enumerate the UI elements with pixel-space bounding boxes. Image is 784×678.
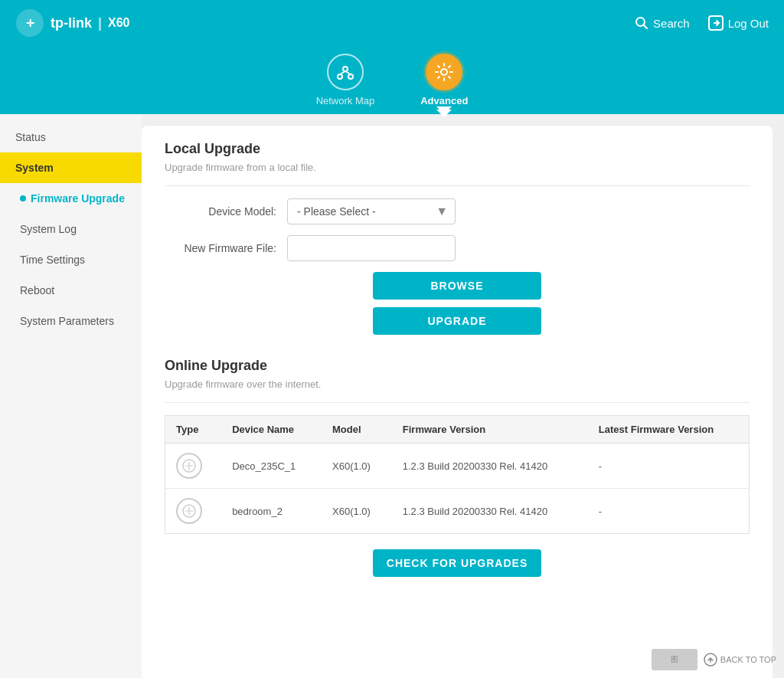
svg-point-6: [338, 74, 342, 79]
cell-firmware-1: 1.2.3 Build 20200330 Rel. 41420: [392, 489, 588, 534]
col-device-name: Device Name: [221, 416, 322, 444]
logout-icon: [708, 15, 724, 31]
browse-btn-row: BROWSE: [165, 272, 750, 300]
sidebar-status-label: Status: [15, 131, 46, 143]
device-type-icon-0: [176, 453, 202, 479]
cell-latest-0: -: [588, 444, 750, 489]
main-layout: Status System Firmware Upgrade System Lo…: [0, 114, 784, 678]
firmware-file-control: [287, 235, 486, 261]
device-model-select[interactable]: - Please Select -: [287, 198, 456, 224]
back-to-top[interactable]: BACK TO TOP: [704, 653, 776, 667]
active-dot: [20, 195, 26, 201]
footer-watermark: 图 BACK TO TOP: [652, 649, 776, 670]
network-map-tab-icon: [327, 54, 364, 90]
local-upgrade-title: Local Upgrade: [165, 141, 750, 157]
sidebar-reboot-label: Reboot: [20, 284, 54, 296]
device-type-icon-1: [176, 498, 202, 524]
device-model-select-wrapper: - Please Select - ▼: [287, 198, 456, 224]
sidebar-item-system[interactable]: System: [0, 152, 142, 183]
svg-line-3: [644, 25, 648, 29]
watermark-box: 图: [652, 649, 697, 670]
table-row: bedroom_2 X60(1.0) 1.2.3 Build 20200330 …: [165, 489, 750, 534]
active-tab-arrow: [436, 110, 452, 117]
device-name: X60: [108, 16, 129, 30]
svg-point-7: [348, 74, 353, 79]
svg-point-10: [441, 69, 447, 75]
header-actions: Search Log Out: [635, 15, 769, 31]
sidebar: Status System Firmware Upgrade System Lo…: [0, 114, 142, 678]
search-icon: [635, 16, 648, 30]
tab-network-map[interactable]: Network Map: [316, 54, 375, 106]
check-upgrades-btn-row: CHECK FOR UPGRADES: [165, 549, 750, 577]
online-upgrade-section: Online Upgrade Upgrade firmware over the…: [165, 358, 750, 577]
cell-type-0: [165, 444, 222, 489]
online-upgrade-subtitle: Upgrade firmware over the internet.: [165, 378, 750, 390]
back-to-top-icon: [704, 653, 717, 667]
col-type: Type: [165, 416, 222, 444]
sidebar-firmware-label: Firmware Upgrade: [31, 192, 125, 205]
header: ✛ tp-link | X60 Search Log Out: [0, 0, 784, 46]
online-divider: [165, 402, 750, 403]
content-area: Local Upgrade Upgrade firmware from a lo…: [142, 126, 773, 678]
logout-label: Log Out: [728, 17, 769, 30]
svg-text:✛: ✛: [26, 18, 34, 29]
svg-point-5: [343, 67, 348, 71]
online-upgrade-title: Online Upgrade: [165, 358, 750, 374]
col-latest-firmware: Latest Firmware Version: [588, 416, 750, 444]
cell-device-name-0: Deco_235C_1: [221, 444, 322, 489]
col-firmware-version: Firmware Version: [392, 416, 588, 444]
nav-tabs: Network Map Advanced: [0, 46, 784, 114]
logout-button[interactable]: Log Out: [708, 15, 769, 31]
sidebar-time-settings-label: Time Settings: [20, 254, 85, 266]
tp-link-logo-icon: ✛: [15, 8, 44, 38]
sidebar-item-system-parameters[interactable]: System Parameters: [0, 306, 142, 336]
network-map-tab-label: Network Map: [316, 95, 375, 106]
svg-line-9: [345, 71, 351, 74]
sidebar-item-system-log[interactable]: System Log: [0, 214, 142, 244]
section-divider: [165, 185, 750, 186]
brand-name: tp-link: [51, 15, 92, 31]
local-upgrade-section: Local Upgrade Upgrade firmware from a lo…: [165, 141, 750, 335]
browse-button[interactable]: BROWSE: [373, 272, 541, 300]
local-upgrade-subtitle: Upgrade firmware from a local file.: [165, 162, 750, 173]
tab-advanced[interactable]: Advanced: [420, 54, 468, 106]
cell-device-name-1: bedroom_2: [221, 489, 322, 534]
advanced-tab-label: Advanced: [420, 95, 468, 106]
sidebar-item-firmware-upgrade[interactable]: Firmware Upgrade: [0, 183, 142, 214]
search-label: Search: [653, 17, 690, 30]
advanced-icon: [434, 62, 454, 82]
upgrade-button[interactable]: UPGRADE: [373, 307, 541, 335]
advanced-tab-icon: [426, 54, 462, 90]
logo-divider: |: [98, 15, 102, 31]
logo: ✛ tp-link | X60: [15, 8, 130, 38]
sidebar-item-time-settings[interactable]: Time Settings: [0, 244, 142, 275]
network-map-icon: [335, 62, 355, 82]
firmware-file-row: New Firmware File:: [165, 235, 750, 261]
sidebar-system-label: System: [15, 162, 54, 174]
cell-model-0: X60(1.0): [322, 444, 392, 489]
back-to-top-label: BACK TO TOP: [720, 655, 776, 664]
firmware-file-label: New Firmware File:: [165, 242, 287, 254]
cell-model-1: X60(1.0): [322, 489, 392, 534]
table-header-row: Type Device Name Model Firmware Version …: [165, 416, 750, 444]
svg-line-8: [340, 71, 345, 74]
search-button[interactable]: Search: [635, 16, 690, 30]
device-model-row: Device Model: - Please Select - ▼: [165, 198, 750, 224]
sidebar-system-parameters-label: System Parameters: [20, 315, 114, 327]
upgrade-btn-row: UPGRADE: [165, 307, 750, 335]
firmware-file-input[interactable]: [287, 235, 456, 261]
sidebar-item-reboot[interactable]: Reboot: [0, 275, 142, 306]
table-row: Deco_235C_1 X60(1.0) 1.2.3 Build 2020033…: [165, 444, 750, 489]
sidebar-item-status[interactable]: Status: [0, 122, 142, 152]
cell-type-1: [165, 489, 222, 534]
sidebar-system-log-label: System Log: [20, 223, 77, 235]
check-upgrades-button[interactable]: CHECK FOR UPGRADES: [373, 549, 541, 577]
device-model-label: Device Model:: [165, 205, 287, 218]
col-model: Model: [322, 416, 392, 444]
cell-latest-1: -: [588, 489, 750, 534]
cell-firmware-0: 1.2.3 Build 20200330 Rel. 41420: [392, 444, 588, 489]
devices-table: Type Device Name Model Firmware Version …: [165, 415, 750, 534]
device-model-control: - Please Select - ▼: [287, 198, 486, 224]
